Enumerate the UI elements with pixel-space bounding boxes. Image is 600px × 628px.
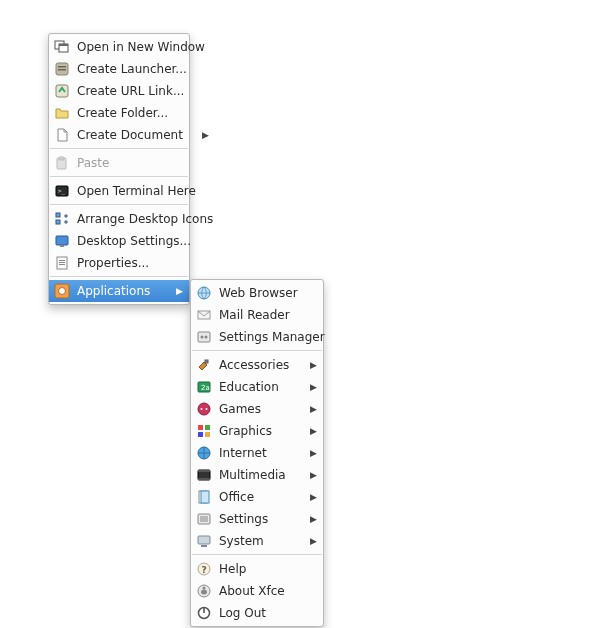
svg-point-25 [205, 336, 208, 339]
menu-label: Arrange Desktop Icons [77, 212, 231, 226]
desktop-context-menu: Open in New Window Create Launcher... Cr… [48, 33, 190, 305]
terminal-icon: >_ [53, 182, 71, 200]
menu-item-web-browser[interactable]: Web Browser [191, 282, 323, 304]
svg-rect-13 [56, 236, 68, 245]
menu-item-settings-manager[interactable]: Settings Manager [191, 326, 323, 348]
office-icon [195, 488, 213, 506]
svg-rect-14 [60, 245, 64, 247]
menu-label: Education [219, 380, 309, 394]
menu-label: Settings Manager [219, 330, 343, 344]
svg-rect-51 [203, 607, 205, 613]
svg-point-29 [198, 403, 210, 415]
svg-rect-11 [56, 213, 60, 217]
menu-label: Log Out [219, 606, 309, 620]
menu-label: Open Terminal Here [77, 184, 214, 198]
submenu-arrow-icon: ▶ [309, 493, 317, 502]
mail-icon [195, 306, 213, 324]
menu-label: Graphics [219, 424, 309, 438]
svg-rect-8 [59, 157, 64, 160]
menu-item-multimedia[interactable]: Multimedia ▶ [191, 464, 323, 486]
submenu-arrow-icon: ▶ [309, 537, 317, 546]
menu-item-system[interactable]: System ▶ [191, 530, 323, 552]
document-icon [53, 126, 71, 144]
svg-rect-33 [205, 425, 210, 430]
svg-rect-38 [198, 470, 210, 472]
menu-label: Create Document [77, 128, 201, 142]
menu-label: Games [219, 402, 309, 416]
menu-label: Create URL Link... [77, 84, 202, 98]
svg-rect-12 [56, 220, 60, 224]
menu-item-graphics[interactable]: Graphics ▶ [191, 420, 323, 442]
applications-icon [53, 282, 71, 300]
svg-text:>_: >_ [58, 187, 66, 195]
menu-item-applications[interactable]: Applications ▶ [49, 280, 189, 302]
menu-separator [50, 176, 188, 178]
svg-text:?: ? [202, 565, 207, 575]
settings-icon [195, 510, 213, 528]
submenu-arrow-icon: ▶ [309, 449, 317, 458]
submenu-arrow-icon: ▶ [309, 361, 317, 370]
submenu-arrow-icon: ▶ [309, 383, 317, 392]
menu-item-create-folder[interactable]: Create Folder... [49, 102, 189, 124]
accessories-icon [195, 356, 213, 374]
menu-item-help[interactable]: ? Help [191, 558, 323, 580]
menu-item-create-launcher[interactable]: Create Launcher... [49, 58, 189, 80]
menu-label: Office [219, 490, 309, 504]
menu-item-internet[interactable]: Internet ▶ [191, 442, 323, 464]
svg-rect-5 [58, 69, 66, 71]
arrange-icons-icon [53, 210, 71, 228]
svg-rect-34 [198, 432, 203, 437]
menu-item-education[interactable]: 2a Education ▶ [191, 376, 323, 398]
menu-item-log-out[interactable]: Log Out [191, 602, 323, 624]
menu-label: Properties... [77, 256, 175, 270]
svg-point-31 [206, 408, 208, 410]
menu-item-mail-reader[interactable]: Mail Reader [191, 304, 323, 326]
menu-item-accessories[interactable]: Accessories ▶ [191, 354, 323, 376]
menu-label: Open in New Window [77, 40, 223, 54]
menu-item-properties[interactable]: Properties... [49, 252, 189, 274]
education-icon: 2a [195, 378, 213, 396]
help-icon: ? [195, 560, 213, 578]
menu-item-paste: Paste [49, 152, 189, 174]
svg-rect-44 [201, 545, 207, 547]
svg-rect-23 [198, 332, 210, 342]
menu-item-create-url-link[interactable]: Create URL Link... [49, 80, 189, 102]
settings-manager-icon [195, 328, 213, 346]
menu-item-open-terminal[interactable]: >_ Open Terminal Here [49, 180, 189, 202]
menu-item-about-xfce[interactable]: About Xfce [191, 580, 323, 602]
svg-rect-4 [58, 66, 66, 68]
svg-rect-35 [205, 432, 210, 437]
menu-label: Multimedia [219, 468, 309, 482]
svg-rect-32 [198, 425, 203, 430]
properties-icon [53, 254, 71, 272]
svg-point-49 [203, 587, 206, 590]
system-icon [195, 532, 213, 550]
menu-label: Settings [219, 512, 309, 526]
menu-label: About Xfce [219, 584, 309, 598]
menu-label: Desktop Settings... [77, 234, 209, 248]
logout-icon [195, 604, 213, 622]
svg-text:2a: 2a [201, 384, 210, 392]
menu-separator [192, 554, 322, 556]
graphics-icon [195, 422, 213, 440]
menu-separator [192, 350, 322, 352]
menu-separator [50, 148, 188, 150]
menu-label: Internet [219, 446, 309, 460]
menu-item-games[interactable]: Games ▶ [191, 398, 323, 420]
svg-rect-17 [59, 262, 65, 263]
url-link-icon [53, 82, 71, 100]
menu-label: Web Browser [219, 286, 316, 300]
submenu-arrow-icon: ▶ [309, 427, 317, 436]
svg-point-30 [201, 408, 203, 410]
menu-item-open-new-window[interactable]: Open in New Window [49, 36, 189, 58]
svg-rect-41 [201, 491, 209, 503]
menu-item-desktop-settings[interactable]: Desktop Settings... [49, 230, 189, 252]
menu-item-arrange-icons[interactable]: Arrange Desktop Icons [49, 208, 189, 230]
menu-label: Create Launcher... [77, 62, 205, 76]
menu-item-create-document[interactable]: Create Document ▶ [49, 124, 189, 146]
menu-item-settings[interactable]: Settings ▶ [191, 508, 323, 530]
globe-icon [195, 284, 213, 302]
windows-icon [53, 38, 71, 56]
menu-item-office[interactable]: Office ▶ [191, 486, 323, 508]
games-icon [195, 400, 213, 418]
